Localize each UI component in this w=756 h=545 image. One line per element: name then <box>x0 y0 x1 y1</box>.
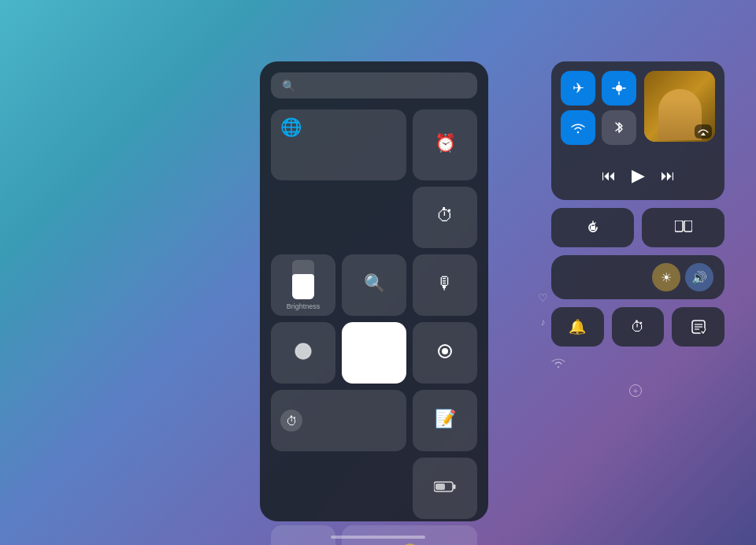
airplane-button[interactable]: ✈ <box>561 71 595 106</box>
wifi-indicator-row <box>551 354 724 373</box>
wifi-strength-icon <box>551 358 565 370</box>
low-power-tile[interactable] <box>413 458 477 519</box>
home-bulb-icon: 💡 <box>395 543 424 546</box>
text-size-tile[interactable] <box>342 322 406 384</box>
now-playing-card: ✈ <box>551 61 724 200</box>
focus-icons: ☀ 🔊 <box>652 263 713 291</box>
prev-button[interactable]: ⏮ <box>600 166 617 186</box>
controls-grid: 🌐 ⏰ ⏱ Brightness 🔍 <box>271 109 477 545</box>
music-note-icon: ♪ <box>541 317 546 328</box>
voice-memo-tile[interactable]: 🎙 <box>413 254 477 316</box>
search-bar[interactable]: 🔍 <box>271 72 477 98</box>
timer-bottom-button[interactable]: ⏱ <box>612 307 665 347</box>
timer-tile[interactable]: ⏱ <box>413 187 477 248</box>
voice-memo-icon: 🎙 <box>436 261 454 306</box>
search-input[interactable] <box>302 79 466 92</box>
side-icons: ♡ ♪ <box>538 291 548 328</box>
notes-button[interactable] <box>672 307 724 347</box>
right-panel: ✈ <box>551 61 724 400</box>
airplay-icon <box>695 124 712 139</box>
low-power-icon <box>434 464 456 510</box>
play-button[interactable]: ▶ <box>630 164 647 187</box>
stopwatch-icon: ⏱ <box>280 410 302 432</box>
stopwatch-tile[interactable]: ⏱ <box>271 390 406 451</box>
add-control-row[interactable]: + <box>551 381 724 400</box>
svg-rect-19 <box>684 221 692 232</box>
home-indicator <box>331 536 425 539</box>
quick-note-icon: 📝 <box>435 396 456 442</box>
lock-row <box>551 208 724 247</box>
album-art <box>644 71 715 142</box>
bluetooth-button[interactable] <box>602 110 636 145</box>
brightness-slider[interactable]: Brightness <box>271 254 335 316</box>
focus-sun-button[interactable]: ☀ <box>652 263 680 291</box>
screen-recording-tile[interactable] <box>413 322 477 384</box>
svg-rect-17 <box>591 226 595 230</box>
heart-icon: ♡ <box>538 291 548 304</box>
brightness-label: Brightness <box>287 302 321 311</box>
svg-rect-18 <box>675 221 683 232</box>
svg-point-16 <box>616 85 622 91</box>
add-control-icon: + <box>629 384 642 397</box>
alarm-tile[interactable]: ⏰ <box>413 109 477 180</box>
bottom-row: 🔔 ⏱ <box>551 307 724 347</box>
now-playing-top: ✈ <box>561 71 715 145</box>
magnifier-icon: 🔍 <box>364 261 385 306</box>
focus-volume-button[interactable]: 🔊 <box>685 263 713 291</box>
magnifier-tile[interactable]: 🔍 <box>342 254 406 316</box>
airdrop-button[interactable] <box>602 71 636 106</box>
playback-controls: ⏮ ▶ ⏭ <box>564 161 712 191</box>
timer-icon: ⏱ <box>436 193 454 239</box>
control-center-panel: 🔍 🌐 ⏰ ⏱ Brig <box>260 61 488 521</box>
bell-button[interactable]: 🔔 <box>551 307 604 347</box>
screen-mirror-button[interactable] <box>642 208 724 247</box>
scan-code-tile[interactable] <box>271 525 335 545</box>
focus-row: ☀ 🔊 <box>551 255 724 299</box>
dark-mode-tile[interactable] <box>271 322 335 384</box>
alarm-icon: ⏰ <box>435 116 456 171</box>
next-button[interactable]: ⏭ <box>659 166 676 186</box>
lock-rotation-button[interactable] <box>551 208 634 247</box>
svg-rect-3 <box>435 484 445 490</box>
screen-recording-icon <box>438 328 452 374</box>
scan-code-icon <box>295 532 312 545</box>
svg-rect-2 <box>454 484 456 489</box>
dark-mode-icon <box>294 328 313 374</box>
search-icon: 🔍 <box>282 80 295 92</box>
translate-tile[interactable]: 🌐 <box>271 109 406 180</box>
wifi-button[interactable] <box>561 110 595 145</box>
quick-note-tile[interactable]: 📝 <box>413 390 477 451</box>
